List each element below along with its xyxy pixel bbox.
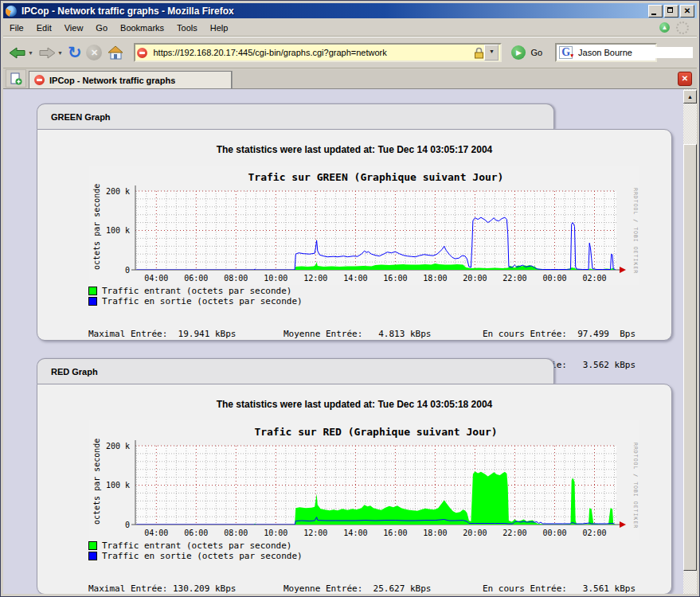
forward-arrow-icon [38,46,56,60]
url-bar[interactable]: ▼ [134,43,502,62]
green-max-in: Maximal Entrée: 19.941 kBps [88,329,284,339]
svg-text:RRDTOOL / TOBI OETIKER: RRDTOOL / TOBI OETIKER [632,443,639,529]
tab-title: IPCop - Network traffic graphs [49,76,175,85]
ssl-lock-icon [474,47,484,59]
green-traffic-graph: Trafic sur GREEN (Graphique suivant Jour… [89,166,639,285]
svg-text:12:00: 12:00 [303,529,327,537]
menu-edit[interactable]: Edit [30,21,58,35]
google-icon[interactable]: G [559,46,573,59]
red-graph-panel-header: RED Graph [37,358,554,384]
svg-text:22:00: 22:00 [503,274,526,283]
red-avg-in: Moyenne Entrée: 25.627 kBps [284,583,483,594]
window-title: IPCop - Network traffic graphs - Mozilla… [22,6,648,17]
reload-icon: ↻ [68,45,82,60]
stop-icon: ✕ [86,45,102,60]
maximize-button[interactable] [664,5,678,18]
menu-go[interactable]: Go [89,21,114,35]
menu-tools[interactable]: Tools [170,21,204,35]
green-avg-in: Moyenne Entrée: 4.813 kBps [284,329,483,339]
svg-text:RRDTOOL / TOBI OETIKER: RRDTOOL / TOBI OETIKER [632,188,639,274]
vertical-scrollbar[interactable]: ▲ [683,89,697,594]
svg-text:octets par seconde: octets par seconde [92,184,101,270]
new-tab-button[interactable] [6,69,26,88]
red-graph-stats: Maximal Entrée: 130.209 kBps Moyenne Ent… [88,563,635,594]
svg-text:0: 0 [125,266,130,275]
red-panel-title: RED Graph [51,367,98,377]
back-dropdown-icon[interactable]: ▼ [28,50,33,56]
red-traffic-graph: Trafic sur RED (Graphique suivant Jour)0… [89,420,639,540]
svg-text:100 k: 100 k [106,481,130,490]
search-input[interactable] [577,47,693,58]
page-content: GREEN Graph The statistics were last upd… [3,89,697,594]
svg-text:04:00: 04:00 [144,529,168,537]
minimize-button[interactable] [648,5,663,18]
update-notifier-icon[interactable]: ▲ [659,22,670,33]
svg-text:20:00: 20:00 [463,529,487,537]
tab-bar: IPCop - Network traffic graphs ✕ [3,69,697,89]
menu-bar: File Edit View Go Bookmarks Tools Help ▲ [3,19,697,37]
svg-text:100 k: 100 k [106,226,130,235]
tab-ipcop[interactable]: IPCop - Network traffic graphs [29,71,232,88]
scrollbar-thumb[interactable] [683,144,697,571]
url-input[interactable] [151,47,474,58]
go-button[interactable]: ▶ Go [511,45,542,60]
svg-text:02:00: 02:00 [582,529,606,537]
scrollbar-up-icon[interactable]: ▲ [683,90,697,103]
new-tab-icon [10,72,22,85]
green-graph-panel: The statistics were last updated at: Tue… [37,129,672,341]
menu-file[interactable]: File [3,21,30,35]
tab-strip-empty [232,71,675,88]
stop-button[interactable]: ✕ [84,43,104,62]
back-arrow-icon [9,46,26,60]
home-icon [107,45,124,60]
red-cur-in: En cours Entrée: 3.561 kBps [483,583,635,594]
menu-view[interactable]: View [58,21,90,35]
site-favicon-icon [137,48,147,58]
svg-text:08:00: 08:00 [224,274,248,283]
menu-help[interactable]: Help [204,21,235,35]
close-button[interactable]: ✕ [680,5,694,18]
tab-favicon-icon [34,75,45,85]
menu-bookmarks[interactable]: Bookmarks [114,21,170,35]
legend-item-entrant: Traffic entrant (octets par seconde) [88,286,303,296]
forward-dropdown-icon[interactable]: ▼ [57,50,63,56]
maximize-icon [667,7,673,13]
svg-text:10:00: 10:00 [264,529,287,537]
go-icon: ▶ [511,45,526,60]
reload-button[interactable]: ↻ [66,43,84,62]
green-last-updated-text: The statistics were last updated at: Tue… [37,144,671,155]
svg-text:0: 0 [125,521,130,529]
svg-text:octets par seconde: octets par seconde [92,439,101,525]
svg-text:08:00: 08:00 [224,529,248,537]
back-button[interactable]: ▼ [7,45,35,61]
url-dropdown-icon[interactable]: ▼ [484,45,499,60]
search-box[interactable]: G [555,43,657,62]
svg-text:16:00: 16:00 [383,529,407,537]
firefox-window: IPCop - Network traffic graphs - Mozilla… [0,0,700,597]
svg-text:200 k: 200 k [106,187,130,196]
svg-text:06:00: 06:00 [184,274,208,283]
legend-item-sortie: Traffic en sortie (octets par seconde) [88,296,303,306]
sortie-swatch-icon [88,552,97,560]
svg-text:02:00: 02:00 [582,274,606,283]
minimize-icon [651,14,656,15]
firefox-icon [6,6,17,17]
svg-text:14:00: 14:00 [343,529,367,537]
green-panel-title: GREEN Graph [51,112,111,122]
legend-item-entrant: Traffic entrant (octets par seconde) [88,540,303,551]
svg-text:20:00: 20:00 [463,274,487,283]
svg-text:16:00: 16:00 [383,274,407,283]
green-graph-panel-header: GREEN Graph [37,103,554,129]
close-tab-button[interactable]: ✕ [678,72,692,86]
title-bar[interactable]: IPCop - Network traffic graphs - Mozilla… [3,3,697,18]
red-graph-panel: The statistics were last updated at: Tue… [37,384,672,594]
legend-item-sortie: Traffic en sortie (octets par seconde) [88,551,303,561]
svg-text:06:00: 06:00 [184,529,208,537]
svg-text:Trafic sur RED (Graphique suiv: Trafic sur RED (Graphique suivant Jour) [254,426,497,438]
forward-button[interactable]: ▼ [37,45,65,61]
close-icon: ✕ [681,6,694,17]
svg-text:00:00: 00:00 [542,274,566,283]
red-max-in: Maximal Entrée: 130.209 kBps [88,583,284,594]
home-button[interactable] [105,44,126,62]
svg-text:04:00: 04:00 [144,274,168,283]
